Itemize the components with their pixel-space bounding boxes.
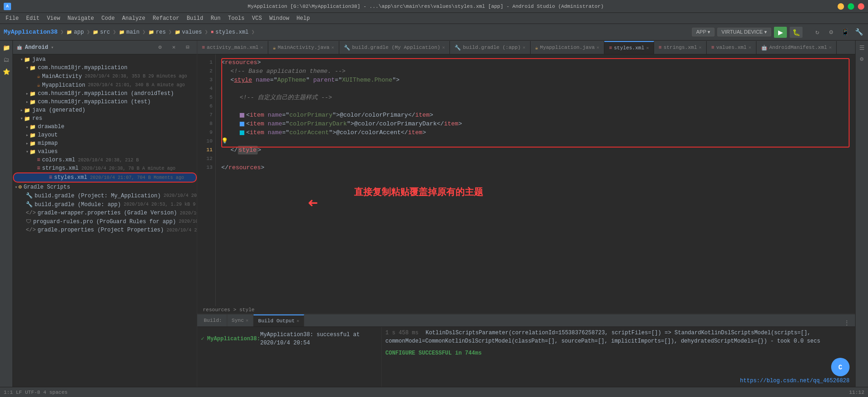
- close-panel-icon[interactable]: ✕: [168, 42, 179, 53]
- bottom-tab-sync-close[interactable]: ✕: [246, 318, 248, 323]
- menu-bar: File Edit View Navigate Code Analyze Ref…: [0, 13, 868, 24]
- tab-build-gradle-my[interactable]: 🔧 build.gradle (My Application) ✕: [339, 41, 450, 54]
- right-icon-1[interactable]: ☰: [856, 42, 868, 53]
- bottom-tab-build-output-label: Build Output: [258, 318, 295, 324]
- settings-icon[interactable]: ⚙: [826, 27, 837, 38]
- tree-item-colors[interactable]: ≡ colors.xml 2020/10/4 20:38, 212 B: [13, 156, 197, 164]
- sdk-icon[interactable]: 🔧: [853, 27, 864, 38]
- tab-close-myapplication[interactable]: ✕: [596, 45, 599, 50]
- bottom-tab-build-output-close[interactable]: ✕: [296, 318, 299, 324]
- code-area[interactable]: <resources> <!-- Base application theme.…: [216, 54, 855, 306]
- run-button[interactable]: ▶: [774, 27, 787, 38]
- menu-navigate[interactable]: Navigate: [64, 14, 98, 23]
- bottom-tab-sync[interactable]: Sync ✕: [227, 314, 254, 326]
- tree-item-mainactivity[interactable]: ☕ MainActivity 2020/10/4 20:38, 353 B 29…: [13, 72, 197, 81]
- tree-item-pkg-main[interactable]: ▾ 📁 com.hnucm18jr.myapplication: [13, 64, 197, 72]
- tab-close-build-gradle-app[interactable]: ✕: [523, 45, 526, 50]
- menu-code[interactable]: Code: [98, 14, 118, 23]
- tree-label-pkg: com.hnucm18jr.myapplication: [38, 65, 127, 71]
- tree-item-java[interactable]: ▾ 📁 java: [13, 55, 197, 64]
- tree-item-res[interactable]: ▾ 📁 res: [13, 114, 197, 123]
- annotation-arrow: ➜: [308, 197, 318, 206]
- tab-close-mainactivity[interactable]: ✕: [331, 45, 334, 50]
- editor-tabs: ≡ activity_main.xml ✕ ☕ MainActivity.jav…: [197, 41, 855, 54]
- avd-icon[interactable]: 📱: [839, 27, 850, 38]
- gear-icon[interactable]: ⚙: [154, 42, 165, 53]
- menu-tools[interactable]: Tools: [224, 14, 248, 23]
- tab-close-values[interactable]: ✕: [749, 45, 751, 50]
- right-icon-2[interactable]: ⚙: [856, 53, 868, 65]
- tree-item-strings[interactable]: ≡ strings.xml 2020/10/4 20:38, 78 B A mi…: [13, 164, 197, 172]
- tree-label-mipmap: mipmap: [38, 140, 58, 147]
- tab-icon-styles: ≡: [609, 45, 612, 51]
- tab-close-androidmanifest[interactable]: ✕: [829, 45, 832, 50]
- menu-file[interactable]: File: [2, 14, 23, 23]
- tree-item-styles[interactable]: ≡ styles.xml 2020/10/4 21:07, 704 B Mome…: [13, 172, 197, 183]
- tab-activity-main[interactable]: ≡ activity_main.xml ✕: [197, 41, 268, 54]
- tree-item-values[interactable]: ▾ 📁 values: [13, 148, 197, 156]
- tab-build-gradle-app[interactable]: 🔧 build.gradle (:app) ✕: [450, 41, 530, 54]
- menu-refactor[interactable]: Refactor: [149, 14, 183, 23]
- tab-close-styles[interactable]: ✕: [646, 45, 649, 51]
- tree-item-java-gen[interactable]: ▸ 📁 java (generated): [13, 106, 197, 114]
- menu-view[interactable]: View: [43, 14, 64, 23]
- tree-item-drawable[interactable]: ▸ 📁 drawable: [13, 123, 197, 131]
- tree-item-gradle-wrapper[interactable]: </> gradle-wrapper.properties (Gradle Ve…: [13, 209, 197, 217]
- tab-styles[interactable]: ≡ styles.xml ✕: [604, 41, 654, 54]
- color-dot-teal: [240, 130, 244, 135]
- blog-link[interactable]: https://blog.csdn.net/qq_46526828: [740, 378, 850, 384]
- sync-icon[interactable]: ↻: [812, 27, 823, 38]
- device-button[interactable]: VIRTUAL DEVICE ▾: [717, 28, 771, 36]
- tree-item-proguard[interactable]: 🛡 proguard-rules.pro (ProGuard Rules for…: [13, 217, 197, 226]
- tab-myapplication[interactable]: ☕ Myapplication.java ✕: [531, 41, 604, 54]
- dropdown-chevron[interactable]: ▾: [51, 45, 53, 50]
- tree-item-androidtest[interactable]: ▸ 📁 com.hnucm18jr.myapplication (android…: [13, 89, 197, 98]
- menu-analyze[interactable]: Analyze: [118, 14, 149, 23]
- bottom-tab-build[interactable]: Build:: [199, 314, 227, 326]
- tab-icon-myapplication: ☕: [535, 45, 538, 51]
- folder-icon-javagen: 📁: [24, 107, 30, 113]
- menu-vcs[interactable]: VCS: [248, 14, 266, 23]
- tree-item-gradle-scripts[interactable]: ▾ ⚙ Gradle Scripts: [13, 183, 197, 191]
- sidebar-resource-icon[interactable]: 🗂: [1, 54, 12, 65]
- maximize-button[interactable]: [848, 3, 854, 10]
- bottom-tab-build-output[interactable]: Build Output ✕: [254, 314, 304, 326]
- tree-item-gradle-props[interactable]: </> gradle.properties (Project Propertie…: [13, 226, 197, 234]
- debug-button[interactable]: 🐛: [790, 27, 803, 38]
- tree-label-gradle-wrapper: gradle-wrapper.properties (Gradle Versio…: [38, 210, 177, 216]
- tab-androidmanifest[interactable]: 🤖 AndroidManifest.xml ✕: [756, 41, 837, 54]
- tab-close-build-gradle-my[interactable]: ✕: [442, 45, 445, 50]
- menu-window[interactable]: Window: [266, 14, 293, 23]
- build-time-1: 1 s 458 ms: [385, 330, 419, 336]
- sidebar-favorites-icon[interactable]: ⭐: [1, 66, 12, 77]
- sidebar-project-icon[interactable]: 📁: [1, 42, 12, 53]
- code-editor[interactable]: 1 2 3 4 5 6 7 8 9 10 11 12 13: [197, 54, 855, 306]
- tree-item-layout[interactable]: ▸ 📁 layout: [13, 131, 197, 139]
- tree-meta-gradle-wrapper: 2020/10/4 20:38, 244 B: [180, 211, 197, 216]
- menu-run[interactable]: Run: [207, 14, 224, 23]
- close-button[interactable]: [858, 3, 864, 10]
- tab-icon-values: ≡: [711, 45, 714, 50]
- tree-label-gradle-scripts: Gradle Scripts: [24, 184, 70, 190]
- tree-item-test[interactable]: ▸ 📁 com.hnucm18jr.myapplication (test): [13, 98, 197, 106]
- minimize-button[interactable]: [838, 3, 844, 10]
- tree-item-mipmap[interactable]: ▸ 📁 mipmap: [13, 139, 197, 148]
- menu-help[interactable]: Help: [293, 14, 313, 23]
- tree-item-build-gradle-module[interactable]: 🔧 build.gradle (Module: app) 2020/10/4 2…: [13, 200, 197, 209]
- tab-label-styles: styles.xml: [614, 45, 644, 51]
- tree-item-myapplication[interactable]: ☕ Myapplication 2020/10/4 21:01, 340 B A…: [13, 81, 197, 89]
- app-config-button[interactable]: APP ▾: [692, 28, 714, 36]
- tab-close-strings[interactable]: ✕: [699, 45, 702, 50]
- tree-item-build-gradle-project[interactable]: 🔧 build.gradle (Project: My_Application)…: [13, 191, 197, 200]
- tab-mainactivity[interactable]: ☕ MainActivity.java ✕: [268, 41, 339, 54]
- menu-build[interactable]: Build: [183, 14, 207, 23]
- bottom-panel-menu[interactable]: ⋮: [840, 320, 853, 326]
- tab-close-activity-main[interactable]: ✕: [260, 45, 263, 50]
- title-bar: A MyApplication [G:\02\MyApplication38] …: [0, 0, 868, 13]
- tab-values[interactable]: ≡ values.xml ✕: [707, 41, 756, 54]
- menu-edit[interactable]: Edit: [23, 14, 43, 23]
- code-line-9: <item name="colorAccent" >@color/colorAc…: [221, 128, 850, 137]
- tree-label-styles: styles.xml: [54, 174, 87, 181]
- tab-strings[interactable]: ≡ strings.xml ✕: [654, 41, 707, 54]
- collapse-icon[interactable]: ⊟: [182, 42, 193, 53]
